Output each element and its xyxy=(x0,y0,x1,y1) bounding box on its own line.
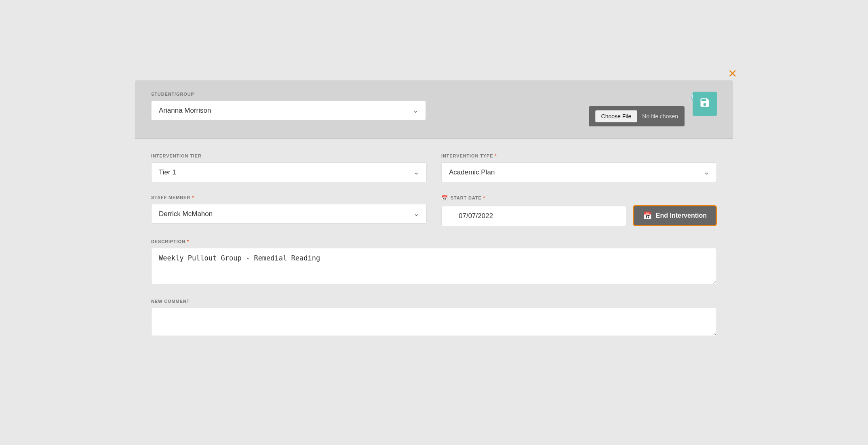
description-textarea[interactable]: Weekly Pullout Group - Remedial Reading xyxy=(151,248,717,284)
tier-type-row: INTERVENTION TIER Tier 1 Tier 2 Tier 3 ⌄… xyxy=(151,153,717,182)
staff-member-col: STAFF MEMBER * Derrick McMahon ⌄ xyxy=(151,195,427,226)
staff-member-select[interactable]: Derrick McMahon xyxy=(151,204,427,224)
modal: STUDENT/GROUP Arianna Morrison ⌄ 🕐 xyxy=(135,80,733,365)
start-date-input[interactable]: 07/07/2022 xyxy=(441,206,626,226)
start-date-calendar-icon: 📅 xyxy=(441,195,448,201)
description-label: DESCRIPTION * xyxy=(151,239,717,244)
end-intervention-calendar-icon: 📅 xyxy=(643,211,652,220)
start-date-label: 📅 START DATE * xyxy=(441,195,717,201)
main-section: INTERVENTION TIER Tier 1 Tier 2 Tier 3 ⌄… xyxy=(135,139,733,365)
no-file-text: No file chosen xyxy=(642,113,678,120)
top-right-area: 🕐 📎 Choose File No file chosen xyxy=(442,92,717,126)
file-upload-row: Choose File No file chosen xyxy=(589,106,685,126)
staff-member-select-wrapper: Derrick McMahon ⌄ xyxy=(151,204,427,224)
staff-date-row: STAFF MEMBER * Derrick McMahon ⌄ 📅 START… xyxy=(151,195,717,226)
intervention-type-select[interactable]: Academic Plan Behavioral Plan Other xyxy=(441,162,717,182)
description-required: * xyxy=(187,239,189,244)
description-col: DESCRIPTION * Weekly Pullout Group - Rem… xyxy=(151,239,717,286)
new-comment-col: NEW COMMENT xyxy=(151,299,717,338)
staff-member-required: * xyxy=(192,195,194,200)
student-group-select[interactable]: Arianna Morrison xyxy=(151,101,426,120)
end-intervention-button[interactable]: 📅 End Intervention xyxy=(633,205,717,226)
start-date-required: * xyxy=(483,195,485,200)
staff-member-label: STAFF MEMBER * xyxy=(151,195,427,200)
intervention-type-required: * xyxy=(495,153,497,158)
modal-wrapper: ✕ STUDENT/GROUP Arianna Morrison ⌄ xyxy=(135,80,733,365)
student-group-label: STUDENT/GROUP xyxy=(151,92,426,97)
intervention-tier-select-wrapper: Tier 1 Tier 2 Tier 3 ⌄ xyxy=(151,162,427,182)
student-group-area: STUDENT/GROUP Arianna Morrison ⌄ xyxy=(151,92,426,120)
intervention-tier-col: INTERVENTION TIER Tier 1 Tier 2 Tier 3 ⌄ xyxy=(151,153,427,182)
save-icon xyxy=(699,97,710,111)
new-comment-label: NEW COMMENT xyxy=(151,299,717,304)
start-date-row: 07/07/2022 📅 End Intervention xyxy=(441,205,717,226)
new-comment-row: NEW COMMENT xyxy=(151,299,717,338)
intervention-type-label: INTERVENTION TYPE * xyxy=(441,153,717,158)
student-group-select-wrapper: Arianna Morrison ⌄ xyxy=(151,101,426,120)
intervention-tier-select[interactable]: Tier 1 Tier 2 Tier 3 xyxy=(151,162,427,182)
start-date-col: 📅 START DATE * 07/07/2022 📅 End Interven… xyxy=(441,195,717,226)
save-button[interactable] xyxy=(693,92,717,116)
date-input-wrapper: 07/07/2022 xyxy=(441,206,626,226)
intervention-tier-label: INTERVENTION TIER xyxy=(151,153,427,158)
new-comment-textarea[interactable] xyxy=(151,308,717,336)
description-row: DESCRIPTION * Weekly Pullout Group - Rem… xyxy=(151,239,717,286)
choose-file-button[interactable]: Choose File xyxy=(595,110,638,122)
intervention-type-select-wrapper: Academic Plan Behavioral Plan Other ⌄ xyxy=(441,162,717,182)
top-section: STUDENT/GROUP Arianna Morrison ⌄ 🕐 xyxy=(135,80,733,139)
intervention-type-col: INTERVENTION TYPE * Academic Plan Behavi… xyxy=(441,153,717,182)
close-button[interactable]: ✕ xyxy=(728,68,737,80)
